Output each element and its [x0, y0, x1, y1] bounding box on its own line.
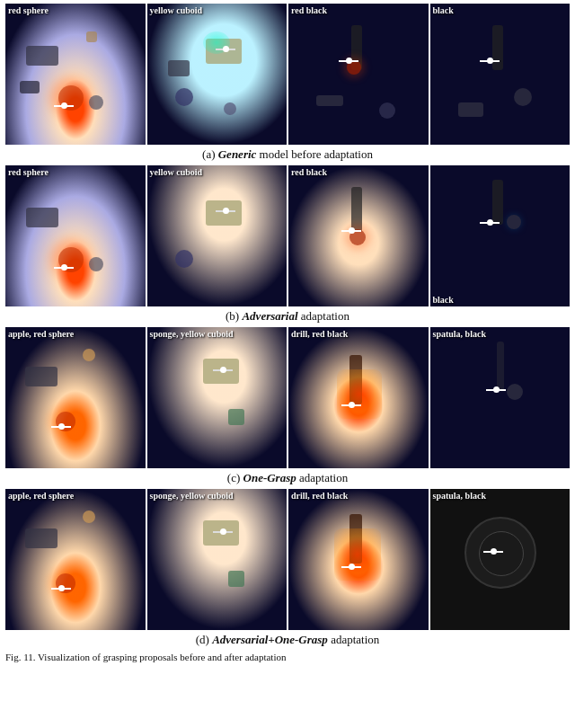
cell-d4: spatula, black	[430, 489, 571, 630]
cell-d2: sponge, yellow cuboid	[147, 489, 288, 630]
label-a2: yellow cuboid	[150, 5, 203, 15]
row-d: apple, red sphere sponge, yellow cuboid …	[5, 489, 570, 630]
caption-b-word: Adversarial	[242, 309, 297, 323]
caption-d: (d) Adversarial+One-Grasp adaptation	[5, 633, 570, 647]
cell-a4: black	[430, 4, 571, 145]
label-b4: black	[433, 295, 454, 305]
cell-b1: red sphere	[5, 165, 146, 306]
cell-d3: drill, red black	[288, 489, 429, 630]
label-a1: red sphere	[8, 5, 49, 15]
cell-a1: red sphere	[5, 4, 146, 145]
cell-b4: black	[430, 165, 571, 306]
cell-c1: apple, red sphere	[5, 327, 146, 468]
row-a: red sphere yellow cuboid	[5, 4, 570, 145]
caption-b-prefix: (b)	[226, 309, 239, 323]
label-c2: sponge, yellow cuboid	[150, 329, 234, 339]
caption-b-suffix: adaptation	[301, 309, 349, 323]
row-c: apple, red sphere sponge, yellow cuboid …	[5, 327, 570, 468]
cell-c3: drill, red black	[288, 327, 429, 468]
cell-c2: sponge, yellow cuboid	[147, 327, 288, 468]
section-c: apple, red sphere sponge, yellow cuboid …	[5, 327, 570, 485]
label-d3: drill, red black	[291, 491, 348, 501]
caption-c-word: One-Grasp	[243, 471, 296, 484]
caption-d-suffix: adaptation	[331, 633, 379, 646]
label-b1: red sphere	[8, 167, 49, 177]
caption-d-prefix: (d)	[196, 633, 209, 646]
section-d: apple, red sphere sponge, yellow cuboid …	[5, 489, 570, 647]
figure-caption: Fig. 11. Visualization of grasping propo…	[5, 651, 570, 663]
label-b2: yellow cuboid	[150, 167, 203, 177]
label-d1: apple, red sphere	[8, 491, 74, 501]
caption-c-prefix: (c)	[227, 471, 240, 484]
caption-d-word: Adversarial+One-Grasp	[212, 633, 328, 646]
caption-a-word: Generic	[218, 147, 257, 161]
label-d4: spatula, black	[433, 491, 486, 501]
label-c1: apple, red sphere	[8, 329, 74, 339]
section-b: red sphere yellow cuboid red black black	[5, 165, 570, 324]
caption-c: (c) One-Grasp adaptation	[5, 471, 570, 485]
caption-a-suffix: model before adaptation	[260, 147, 373, 161]
cell-c4: spatula, black	[430, 327, 571, 468]
section-a: red sphere yellow cuboid	[5, 4, 570, 162]
cell-b2: yellow cuboid	[147, 165, 288, 306]
cell-a3: red black	[288, 4, 429, 145]
row-b: red sphere yellow cuboid red black black	[5, 165, 570, 306]
cell-b3: red black	[288, 165, 429, 306]
label-a3: red black	[291, 5, 327, 15]
caption-a-prefix: (a)	[202, 147, 215, 161]
caption-c-suffix: adaptation	[299, 471, 348, 484]
label-a4: black	[433, 5, 454, 15]
label-c4: spatula, black	[433, 329, 486, 339]
label-c3: drill, red black	[291, 329, 348, 339]
page: red sphere yellow cuboid	[0, 0, 575, 667]
cell-a2: yellow cuboid	[147, 4, 288, 145]
label-d2: sponge, yellow cuboid	[150, 491, 234, 501]
cell-d1: apple, red sphere	[5, 489, 146, 630]
caption-a: (a) Generic model before adaptation	[5, 147, 570, 162]
caption-b: (b) Adversarial adaptation	[5, 309, 570, 324]
label-b3: red black	[291, 167, 327, 177]
